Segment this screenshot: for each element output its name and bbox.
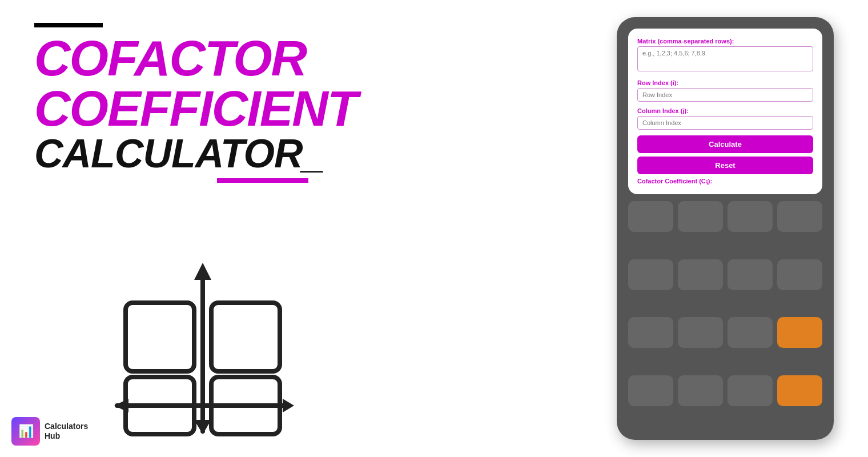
matrix-icon bbox=[114, 257, 297, 440]
key-9[interactable] bbox=[678, 317, 723, 348]
svg-rect-0 bbox=[126, 303, 194, 371]
title-underline-decoration bbox=[217, 178, 308, 183]
key-10[interactable] bbox=[728, 317, 773, 348]
key-11[interactable] bbox=[777, 317, 822, 348]
key-12[interactable] bbox=[628, 375, 673, 406]
svg-marker-11 bbox=[283, 399, 294, 412]
row-index-field: Row Index (i): bbox=[637, 79, 813, 102]
key-13[interactable] bbox=[678, 375, 723, 406]
svg-marker-5 bbox=[194, 263, 211, 280]
logo-line1: Calculators bbox=[45, 422, 88, 431]
key-0[interactable] bbox=[628, 201, 673, 232]
key-15[interactable] bbox=[777, 375, 822, 406]
calculator-screen: Matrix (comma-separated rows): Row Index… bbox=[628, 29, 822, 194]
calculate-button[interactable]: Calculate bbox=[637, 135, 813, 153]
svg-marker-7 bbox=[194, 420, 211, 434]
svg-rect-1 bbox=[211, 303, 280, 371]
key-6[interactable] bbox=[728, 259, 773, 290]
row-index-label: Row Index (i): bbox=[637, 79, 813, 86]
col-index-label: Column Index (j): bbox=[637, 107, 813, 114]
left-section: COFACTOR COEFFICIENT CALCULATOR_ bbox=[0, 0, 594, 457]
matrix-label: Matrix (comma-separated rows): bbox=[637, 38, 813, 45]
key-5[interactable] bbox=[678, 259, 723, 290]
calculator-device: Matrix (comma-separated rows): Row Index… bbox=[617, 17, 834, 440]
key-3[interactable] bbox=[777, 201, 822, 232]
result-label: Cofactor Coefficient (Cᵢⱼ): bbox=[637, 178, 813, 185]
key-2[interactable] bbox=[728, 201, 773, 232]
key-4[interactable] bbox=[628, 259, 673, 290]
reset-button[interactable]: Reset bbox=[637, 157, 813, 174]
col-index-field: Column Index (j): bbox=[637, 107, 813, 130]
logo: 📊 Calculators Hub bbox=[11, 417, 88, 446]
logo-icon: 📊 bbox=[11, 417, 40, 446]
top-bar-decoration bbox=[34, 23, 103, 27]
key-8[interactable] bbox=[628, 317, 673, 348]
keypad bbox=[628, 201, 822, 428]
matrix-input[interactable] bbox=[637, 46, 813, 71]
title-line1: COFACTOR bbox=[34, 33, 560, 83]
logo-line2: Hub bbox=[45, 431, 88, 441]
col-index-input[interactable] bbox=[637, 116, 813, 130]
svg-marker-9 bbox=[114, 399, 128, 412]
row-index-input[interactable] bbox=[637, 88, 813, 102]
logo-text: Calculators Hub bbox=[45, 422, 88, 441]
right-section: Matrix (comma-separated rows): Row Index… bbox=[594, 0, 868, 457]
title-line3: CALCULATOR_ bbox=[34, 134, 560, 174]
key-14[interactable] bbox=[728, 375, 773, 406]
logo-emoji: 📊 bbox=[18, 424, 34, 439]
key-7[interactable] bbox=[777, 259, 822, 290]
key-1[interactable] bbox=[678, 201, 723, 232]
matrix-field: Matrix (comma-separated rows): bbox=[637, 38, 813, 74]
title-line2: COEFFICIENT bbox=[34, 83, 560, 134]
